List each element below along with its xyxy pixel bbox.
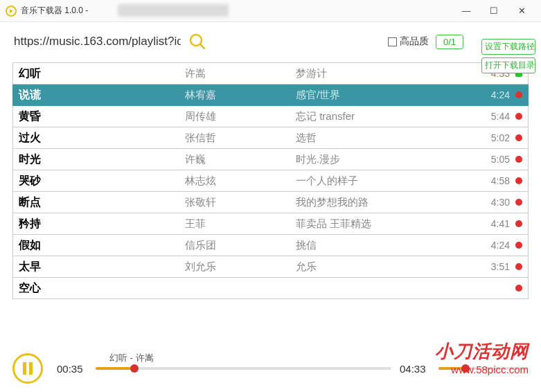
track-row[interactable]: 黄昏周传雄忘记 transfer5:44 xyxy=(12,106,529,127)
status-indicator xyxy=(515,113,522,120)
track-duration: 4:30 xyxy=(479,197,510,208)
minimize-button[interactable]: — xyxy=(452,1,480,21)
track-duration: 3:51 xyxy=(479,261,510,272)
track-duration: 4:24 xyxy=(479,89,510,100)
track-album: 选哲 xyxy=(296,132,479,145)
volume-slider[interactable] xyxy=(438,367,529,370)
track-duration: 4:58 xyxy=(479,175,510,186)
track-row[interactable]: 过火张信哲选哲5:02 xyxy=(12,127,529,149)
track-title: 空心 xyxy=(19,281,185,296)
track-title: 假如 xyxy=(19,238,185,253)
track-artist: 林志炫 xyxy=(185,175,296,188)
track-artist: 信乐团 xyxy=(185,239,296,252)
track-album: 忘记 transfer xyxy=(296,110,479,123)
search-icon xyxy=(188,33,206,51)
checkbox-icon xyxy=(388,37,397,46)
titlebar: 音乐下载器 1.0.0 - — ☐ ✕ xyxy=(0,0,541,22)
status-indicator xyxy=(515,91,522,98)
track-duration: 4:41 xyxy=(479,218,510,229)
track-duration: 4:24 xyxy=(479,240,510,251)
track-album: 感官/世界 xyxy=(296,89,479,102)
track-title: 太早 xyxy=(19,260,185,274)
track-album: 菲卖品 王菲精选 xyxy=(296,217,479,231)
download-counter: 0/1 xyxy=(436,35,463,49)
track-album: 挑信 xyxy=(296,239,479,252)
track-artist: 张敬轩 xyxy=(185,196,296,209)
pause-button[interactable] xyxy=(12,353,43,384)
track-album: 我的梦想我的路 xyxy=(296,196,479,209)
svg-line-3 xyxy=(200,44,204,48)
track-row[interactable]: 矜持王菲菲卖品 王菲精选4:41 xyxy=(12,213,529,235)
seek-slider[interactable] xyxy=(96,367,391,370)
track-row[interactable]: 空心 xyxy=(12,278,529,299)
current-time: 00:35 xyxy=(57,363,87,375)
status-indicator xyxy=(515,177,522,184)
track-title: 幻听 xyxy=(19,66,185,81)
pause-icon xyxy=(23,362,33,375)
track-duration: 5:05 xyxy=(479,154,510,165)
track-title: 矜持 xyxy=(19,217,185,231)
track-artist: 许巍 xyxy=(185,153,296,166)
now-playing-label: 幻听 - 许嵩 xyxy=(109,352,154,364)
track-title: 过火 xyxy=(19,131,185,145)
track-album: 一个人的样子 xyxy=(296,175,479,188)
status-indicator xyxy=(515,156,522,163)
track-row[interactable]: 假如信乐团挑信4:24 xyxy=(12,235,529,256)
window-title: 音乐下载器 1.0.0 - xyxy=(21,5,88,17)
quality-label: 高品质 xyxy=(400,35,429,48)
player-bar: 00:35 幻听 - 许嵩 04:33 xyxy=(0,345,541,392)
track-artist: 林宥嘉 xyxy=(185,89,296,102)
track-row[interactable]: 断点张敬轩我的梦想我的路4:30 xyxy=(12,192,529,213)
svg-marker-1 xyxy=(10,9,13,13)
track-title: 时光 xyxy=(19,152,185,167)
status-indicator xyxy=(515,220,522,227)
redacted-area xyxy=(118,4,229,17)
track-duration: 5:44 xyxy=(479,111,510,122)
track-album: 时光.漫步 xyxy=(296,153,479,166)
track-title: 哭砂 xyxy=(19,174,185,188)
track-row[interactable]: 幻听许嵩梦游计4:33 xyxy=(12,63,529,84)
track-artist: 周传雄 xyxy=(185,110,296,123)
status-indicator xyxy=(515,134,522,141)
track-artist: 王菲 xyxy=(185,217,296,231)
quality-checkbox[interactable]: 高品质 xyxy=(388,35,429,48)
track-artist: 张信哲 xyxy=(185,132,296,145)
track-title: 说谎 xyxy=(19,88,185,103)
track-list[interactable]: 幻听许嵩梦游计4:33说谎林宥嘉感官/世界4:24黄昏周传雄忘记 transfe… xyxy=(12,62,529,299)
search-button[interactable] xyxy=(188,32,207,51)
track-row[interactable]: 太早刘允乐允乐3:51 xyxy=(12,256,529,278)
track-artist: 刘允乐 xyxy=(185,260,296,274)
track-album: 梦游计 xyxy=(296,67,479,80)
status-indicator xyxy=(515,285,522,292)
maximize-button[interactable]: ☐ xyxy=(480,1,508,21)
total-time: 04:33 xyxy=(400,363,430,375)
track-duration: 5:02 xyxy=(479,132,510,143)
track-title: 黄昏 xyxy=(19,109,185,124)
close-button[interactable]: ✕ xyxy=(508,1,535,21)
url-input[interactable] xyxy=(14,32,181,51)
track-artist: 许嵩 xyxy=(185,67,296,80)
toolbar: 高品质 0/1 xyxy=(0,22,541,58)
track-row[interactable]: 时光许巍时光.漫步5:05 xyxy=(12,149,529,170)
track-title: 断点 xyxy=(19,195,185,210)
status-indicator xyxy=(515,199,522,206)
status-indicator xyxy=(515,263,522,270)
app-icon xyxy=(6,6,17,17)
status-indicator xyxy=(515,242,522,249)
open-download-dir-button[interactable]: 打开下载目录 xyxy=(481,57,535,73)
set-download-path-button[interactable]: 设置下载路径 xyxy=(481,39,535,55)
track-row[interactable]: 说谎林宥嘉感官/世界4:24 xyxy=(12,84,529,106)
track-album: 允乐 xyxy=(296,260,479,274)
track-row[interactable]: 哭砂林志炫一个人的样子4:58 xyxy=(12,170,529,192)
